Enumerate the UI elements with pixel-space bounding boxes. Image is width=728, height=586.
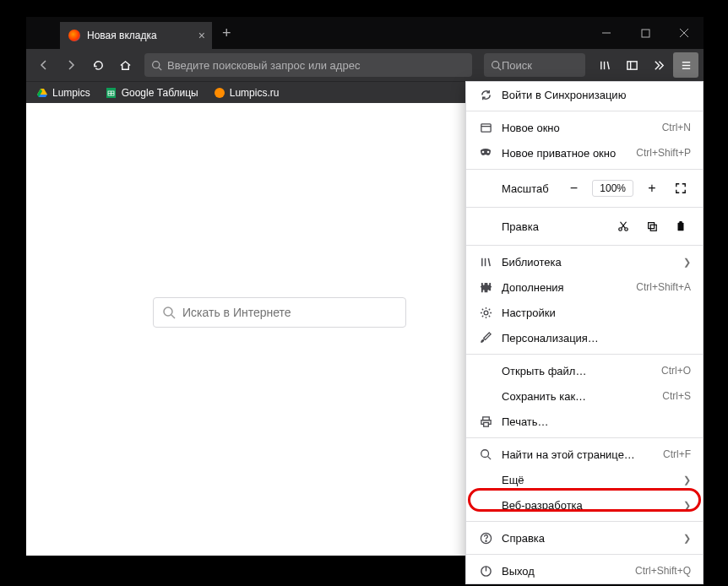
- menu-help[interactable]: Справка ❯: [466, 525, 703, 551]
- menu-separator: [466, 169, 703, 170]
- menu-new-window[interactable]: Новое окно Ctrl+N: [466, 115, 703, 140]
- menu-find[interactable]: Найти на этой странице… Ctrl+F: [466, 442, 703, 467]
- svg-rect-11: [627, 61, 636, 68]
- sheets-icon: [106, 87, 117, 99]
- menu-library[interactable]: Библиотека ❯: [466, 249, 703, 274]
- menu-label: Сохранить как…: [502, 390, 662, 403]
- svg-rect-35: [678, 223, 684, 231]
- zoom-in-button[interactable]: +: [642, 178, 662, 198]
- menu-label: Справка: [502, 532, 683, 545]
- site-icon: [214, 87, 225, 99]
- url-bar[interactable]: Введите поисковый запрос или адрес: [144, 53, 472, 77]
- library-button[interactable]: [592, 52, 617, 78]
- svg-point-30: [625, 228, 628, 231]
- menu-separator: [466, 437, 703, 438]
- menu-shortcut: Ctrl+Shift+P: [636, 147, 691, 159]
- overflow-button[interactable]: [646, 52, 671, 78]
- bookmark-label: Google Таблицы: [122, 87, 198, 99]
- menu-label: Библиотека: [502, 256, 683, 269]
- menu-label: Печать…: [502, 415, 691, 428]
- menu-settings[interactable]: Настройки: [466, 300, 703, 325]
- zoom-value[interactable]: 100%: [592, 180, 633, 197]
- chevron-right-icon: ❯: [683, 500, 691, 511]
- svg-point-29: [619, 228, 622, 231]
- minimize-button[interactable]: [587, 17, 626, 49]
- chevron-right-icon: ❯: [683, 257, 691, 268]
- menu-label: Веб-разработка: [502, 499, 683, 512]
- svg-point-23: [164, 307, 172, 316]
- bookmark-item[interactable]: Lumpics.ru: [209, 85, 285, 100]
- svg-point-47: [485, 540, 486, 541]
- bookmark-label: Lumpics.ru: [230, 87, 280, 99]
- tab-active[interactable]: Новая вкладка ×: [60, 22, 212, 49]
- svg-point-44: [481, 450, 489, 458]
- menu-label: Открыть файл…: [502, 365, 661, 377]
- menu-separator: [466, 111, 703, 111]
- menu-separator: [466, 521, 703, 522]
- menu-zoom-row: Масштаб − 100% +: [466, 173, 703, 203]
- menu-label: Персонализация…: [502, 332, 691, 345]
- reload-button[interactable]: [85, 52, 111, 78]
- menu-exit[interactable]: Выход Ctrl+Shift+Q: [466, 558, 703, 583]
- app-menu-panel: Войти в Синхронизацию Новое окно Ctrl+N …: [465, 81, 704, 584]
- cut-button[interactable]: [613, 216, 633, 236]
- search-icon: [478, 448, 493, 460]
- back-button[interactable]: [31, 52, 57, 78]
- forward-button[interactable]: [58, 52, 84, 78]
- menu-save-as[interactable]: Сохранить как… Ctrl+S: [466, 383, 703, 409]
- menu-button[interactable]: [673, 52, 698, 78]
- bookmark-item[interactable]: Lumpics: [31, 85, 95, 100]
- chevron-right-icon: ❯: [683, 475, 691, 486]
- menu-separator: [466, 245, 703, 246]
- menu-separator: [466, 554, 703, 555]
- brush-icon: [478, 332, 493, 345]
- menu-customize[interactable]: Персонализация…: [466, 325, 703, 350]
- menu-sync[interactable]: Войти в Синхронизацию: [466, 82, 703, 107]
- window-icon: [478, 122, 493, 134]
- menu-shortcut: Ctrl+Shift+A: [636, 281, 691, 293]
- main-search-placeholder: Искать в Интернете: [182, 306, 291, 319]
- new-tab-button[interactable]: +: [222, 24, 231, 42]
- menu-webdev[interactable]: Веб-разработка ❯: [466, 492, 703, 518]
- paste-button[interactable]: [671, 216, 691, 236]
- menu-label: Дополнения: [502, 281, 636, 294]
- menu-more[interactable]: Ещё ❯: [466, 467, 703, 492]
- menu-shortcut: Ctrl+N: [662, 122, 691, 133]
- sidebar-button[interactable]: [619, 52, 644, 78]
- svg-rect-36: [679, 221, 682, 224]
- svg-point-27: [482, 151, 485, 154]
- maximize-button[interactable]: [626, 17, 665, 49]
- firefox-icon: [68, 30, 80, 41]
- svg-line-24: [171, 315, 175, 318]
- menu-new-private[interactable]: Новое приватное окно Ctrl+Shift+P: [466, 140, 703, 165]
- menu-open-file[interactable]: Открыть файл… Ctrl+O: [466, 358, 703, 383]
- search-bar[interactable]: Поиск: [484, 53, 585, 77]
- menu-print[interactable]: Печать…: [466, 409, 703, 434]
- svg-rect-34: [650, 225, 656, 231]
- tab-close-icon[interactable]: ×: [198, 29, 205, 42]
- search-placeholder: Поиск: [502, 59, 532, 72]
- zoom-out-button[interactable]: −: [563, 178, 584, 198]
- search-icon: [491, 60, 502, 71]
- menu-label: Новое окно: [502, 122, 662, 134]
- menu-label: Настройки: [502, 307, 691, 319]
- bookmark-item[interactable]: Google Таблицы: [101, 85, 204, 100]
- svg-line-10: [607, 61, 609, 68]
- copy-button[interactable]: [642, 216, 662, 236]
- svg-rect-33: [649, 223, 655, 229]
- main-search-input[interactable]: Искать в Интернете: [153, 297, 406, 328]
- svg-line-45: [488, 457, 492, 460]
- svg-point-28: [487, 151, 490, 154]
- nav-toolbar: Введите поисковый запрос или адрес Поиск: [26, 49, 704, 81]
- close-button[interactable]: [665, 17, 704, 49]
- menu-addons[interactable]: Дополнения Ctrl+Shift+A: [466, 274, 703, 300]
- mask-icon: [478, 149, 493, 157]
- fullscreen-button[interactable]: [671, 178, 691, 198]
- zoom-label: Масштаб: [502, 182, 555, 195]
- edit-label: Правка: [502, 220, 605, 233]
- home-button[interactable]: [112, 52, 138, 78]
- titlebar: Новая вкладка × +: [26, 17, 704, 49]
- menu-label: Войти в Синхронизацию: [502, 89, 691, 101]
- drive-icon: [36, 87, 48, 99]
- search-icon: [151, 60, 162, 71]
